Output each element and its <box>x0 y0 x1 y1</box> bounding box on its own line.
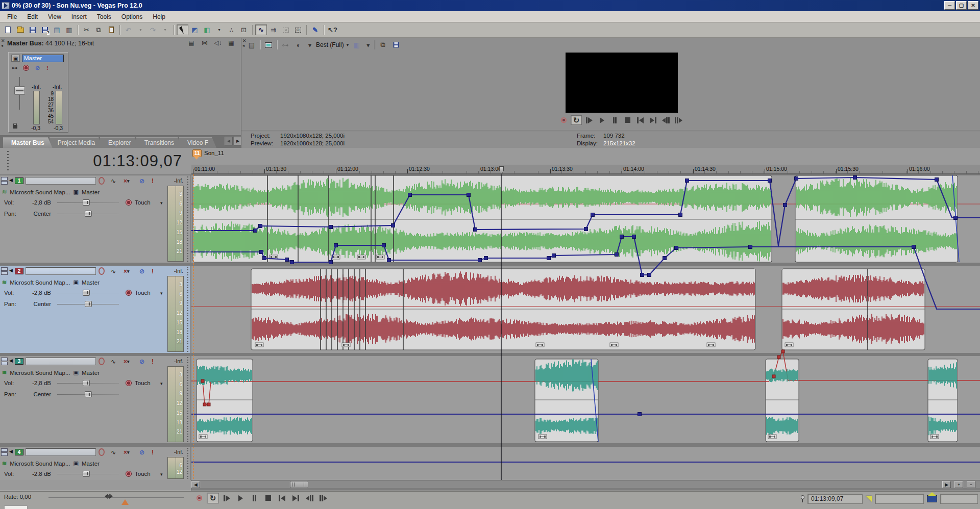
record-button[interactable] <box>558 115 569 125</box>
redo-dropdown-icon[interactable]: ▾ <box>159 24 171 35</box>
whats-this-help-icon[interactable]: ↖? <box>327 24 338 35</box>
envelope-node[interactable] <box>478 259 482 262</box>
envelope-node[interactable] <box>615 253 619 257</box>
envelope-node[interactable] <box>391 224 395 227</box>
bus-assign-name[interactable]: Master <box>82 279 100 286</box>
cut-icon[interactable]: ✂ <box>81 24 92 35</box>
audio-device-name[interactable]: Microsoft Sound Map... <box>10 370 70 376</box>
copy-snapshot-icon[interactable]: ⧉ <box>378 40 388 49</box>
automation-settings-icon[interactable]: ∴ <box>226 24 237 35</box>
solo-icon[interactable]: ! <box>152 177 154 185</box>
envelope-node[interactable] <box>648 273 651 277</box>
play-button[interactable] <box>596 115 607 125</box>
video-display[interactable] <box>566 53 678 113</box>
arm-record-icon[interactable] <box>99 177 105 185</box>
menu-tools[interactable]: Tools <box>92 12 116 22</box>
copy-icon[interactable]: ⧉ <box>93 24 105 35</box>
save-project-icon[interactable] <box>27 24 38 35</box>
external-monitor-icon[interactable] <box>263 40 274 49</box>
scrollbar-thumb[interactable] <box>290 481 308 488</box>
selection-tool-icon[interactable]: ◂ <box>280 24 291 35</box>
play-button[interactable] <box>234 493 247 503</box>
marker-tag[interactable]: 11 <box>192 149 202 157</box>
envelope-node[interactable] <box>254 229 257 233</box>
pan-value[interactable]: Center <box>19 391 51 397</box>
audio-device-name[interactable]: Microsoft Sound Map... <box>10 189 70 195</box>
menu-help[interactable]: Help <box>148 12 170 22</box>
event-fx-icon[interactable] <box>199 435 207 439</box>
selection-end-field[interactable] <box>875 494 924 504</box>
pan-envelope-node[interactable] <box>772 375 775 378</box>
rate-slider-track[interactable] <box>48 497 184 498</box>
horizontal-scrollbar[interactable]: ◀ ▶ + − <box>191 480 980 488</box>
bus-name-field[interactable]: Master <box>22 55 64 62</box>
redo-icon[interactable]: ↷ <box>147 24 159 35</box>
solo-icon[interactable]: ! <box>152 267 154 275</box>
play-from-start-button[interactable] <box>220 493 233 503</box>
marker-bar[interactable]: 11 Son_11 <box>191 148 980 165</box>
event-fx-icon[interactable] <box>538 435 547 439</box>
automation-mode-value[interactable]: Touch <box>135 471 151 477</box>
invert-phase-icon[interactable]: ∿ <box>111 177 116 185</box>
envelope-node[interactable] <box>260 250 263 254</box>
pause-button[interactable] <box>609 115 620 125</box>
pan-value[interactable]: Center <box>19 301 51 307</box>
split-screen-dropdown-icon[interactable]: ▾ <box>307 40 313 49</box>
go-to-end-button[interactable] <box>647 115 658 125</box>
publish-project-icon[interactable]: ▥ <box>63 24 75 35</box>
automation-mode-value[interactable]: Touch <box>135 290 151 296</box>
close-preview-icon[interactable]: ✕ <box>242 39 247 43</box>
cursor-timecode[interactable]: 01:13:09,07 <box>93 152 182 170</box>
paste-icon[interactable] <box>105 24 117 35</box>
menu-insert[interactable]: Insert <box>66 12 92 22</box>
master-fader-thumb[interactable] <box>14 86 25 95</box>
lock-fader-icon[interactable] <box>13 125 17 129</box>
envelope-node[interactable] <box>263 257 266 260</box>
event-fx-icon[interactable] <box>785 343 793 347</box>
split-screen-view-icon[interactable]: ◐ <box>293 40 304 49</box>
pan-envelope-node[interactable] <box>203 403 206 406</box>
track-lane-4[interactable] <box>191 447 980 480</box>
mute-bus-icon[interactable]: ⊘ <box>35 65 40 71</box>
event-fx-icon[interactable] <box>707 343 715 347</box>
envelope-node[interactable] <box>632 235 636 239</box>
event-fx-icon[interactable] <box>376 255 384 259</box>
rate-scrub-handle[interactable] <box>105 494 113 499</box>
edit-tool-dropdown-icon[interactable]: ▾ <box>213 24 225 35</box>
track-minimize-icons[interactable] <box>1 358 8 366</box>
dim-output-icon[interactable]: ◁↓ <box>213 39 223 47</box>
menu-file[interactable]: File <box>2 12 22 22</box>
bus-button-icon[interactable]: ▣ <box>11 55 20 62</box>
envelope-node[interactable] <box>334 244 338 247</box>
vol-automation-gear-icon[interactable] <box>126 471 132 477</box>
panel-grip[interactable] <box>7 151 9 170</box>
scroll-right-icon[interactable]: ▶ <box>942 481 951 488</box>
track-name-field[interactable] <box>26 267 96 275</box>
vol-value[interactable]: -2,8 dB <box>19 380 51 386</box>
event-fx-icon[interactable] <box>610 343 618 347</box>
track-name-field[interactable] <box>26 358 96 365</box>
marker-label[interactable]: Son_11 <box>204 150 224 156</box>
envelope-edit-tool-icon[interactable]: ◩ <box>189 24 201 35</box>
collapse-preview-icon[interactable]: ◂ <box>242 44 244 48</box>
downmix-output-icon[interactable]: ⋈ <box>200 39 209 47</box>
envelope-node[interactable] <box>387 259 391 262</box>
automation-dropdown-icon[interactable]: ▾ <box>160 291 163 296</box>
envelope-node[interactable] <box>768 179 772 183</box>
envelope-node[interactable] <box>685 179 689 183</box>
previous-frame-button[interactable] <box>660 115 671 125</box>
invert-phase-icon[interactable]: ∿ <box>111 358 116 365</box>
automation-mode-value[interactable]: Touch <box>135 380 151 386</box>
mute-icon[interactable]: ⊘ <box>139 267 144 275</box>
preview-quality-dropdown[interactable]: Best (Full) ▾ <box>316 41 349 48</box>
track-minimize-icons[interactable] <box>1 267 8 275</box>
invert-phase-icon[interactable]: ∿ <box>111 448 116 456</box>
minimize-button[interactable]: ─ <box>944 1 955 10</box>
go-to-start-button[interactable] <box>276 493 288 503</box>
maximize-button[interactable]: ▢ <box>956 1 967 10</box>
vol-automation-gear-icon[interactable] <box>126 199 132 206</box>
pan-envelope-node[interactable] <box>777 355 780 359</box>
solo-icon[interactable]: ! <box>152 448 154 456</box>
envelope-node[interactable] <box>290 261 294 264</box>
envelope-node[interactable] <box>679 213 682 217</box>
